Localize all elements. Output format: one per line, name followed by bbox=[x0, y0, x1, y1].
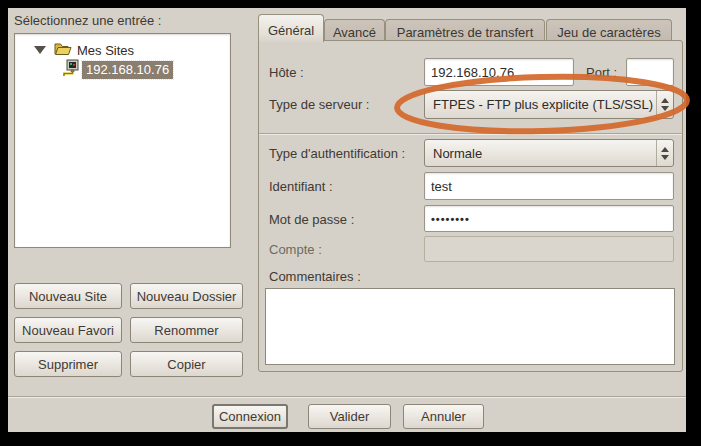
port-input[interactable] bbox=[626, 58, 674, 86]
tree-item-label-selected[interactable]: 192.168.10.76 bbox=[82, 61, 173, 79]
server-type-value: FTPES - FTP plus explicite (TLS/SSL) bbox=[425, 97, 656, 112]
user-label: Identifiant : bbox=[269, 179, 333, 194]
section-separator bbox=[259, 133, 682, 135]
tab-parametres-transfert[interactable]: Paramètres de transfert bbox=[385, 19, 545, 41]
comments-textarea[interactable] bbox=[265, 288, 675, 365]
auth-type-combo[interactable]: Normale bbox=[424, 139, 674, 167]
new-bookmark-button[interactable]: Nouveau Favori bbox=[14, 317, 122, 343]
server-type-label: Type de serveur : bbox=[269, 97, 369, 112]
comments-label: Commentaires : bbox=[269, 269, 361, 284]
expander-down-icon[interactable] bbox=[34, 46, 46, 54]
tab-jeu-de-caracteres[interactable]: Jeu de caractères bbox=[546, 19, 672, 41]
general-tab-panel: Hôte : Port : Type de serveur : FTPES - … bbox=[258, 40, 683, 372]
spinner-arrows-icon[interactable] bbox=[656, 91, 673, 118]
new-folder-button[interactable]: Nouveau Dossier bbox=[130, 283, 243, 309]
spinner-arrows-icon[interactable] bbox=[656, 140, 673, 166]
delete-button[interactable]: Supprimer bbox=[14, 351, 122, 377]
host-input[interactable] bbox=[424, 58, 574, 86]
tab-avance[interactable]: Avancé bbox=[324, 19, 385, 41]
rename-button[interactable]: Renommer bbox=[130, 317, 243, 343]
site-manager-dialog: Sélectionnez une entrée : Mes Sites bbox=[8, 8, 686, 432]
ok-button[interactable]: Valider bbox=[308, 404, 391, 429]
account-label: Compte : bbox=[269, 242, 322, 257]
password-label: Mot de passe : bbox=[269, 212, 354, 227]
auth-type-value: Normale bbox=[425, 146, 656, 161]
new-site-button[interactable]: Nouveau Site bbox=[14, 283, 122, 309]
tree-item-mes-sites[interactable]: Mes Sites bbox=[15, 40, 230, 60]
port-label: Port : bbox=[586, 65, 617, 80]
user-input[interactable] bbox=[424, 172, 674, 200]
site-tree[interactable]: Mes Sites 192.168.10.76 bbox=[14, 33, 231, 248]
tab-general[interactable]: Général bbox=[258, 14, 324, 42]
footer-separator bbox=[8, 396, 686, 398]
server-icon bbox=[63, 59, 80, 81]
connect-button[interactable]: Connexion bbox=[212, 404, 288, 429]
host-label: Hôte : bbox=[269, 65, 304, 80]
select-entry-label: Sélectionnez une entrée : bbox=[14, 13, 161, 28]
cancel-button[interactable]: Annuler bbox=[403, 404, 484, 429]
tree-item-label[interactable]: Mes Sites bbox=[77, 43, 134, 58]
folder-open-icon bbox=[54, 42, 72, 59]
server-type-combo[interactable]: FTPES - FTP plus explicite (TLS/SSL) bbox=[424, 90, 674, 119]
copy-button[interactable]: Copier bbox=[130, 351, 243, 377]
password-input[interactable] bbox=[424, 205, 674, 232]
tree-item-site[interactable]: 192.168.10.76 bbox=[15, 60, 230, 80]
account-input bbox=[424, 236, 674, 262]
auth-type-label: Type d'authentification : bbox=[269, 146, 405, 161]
